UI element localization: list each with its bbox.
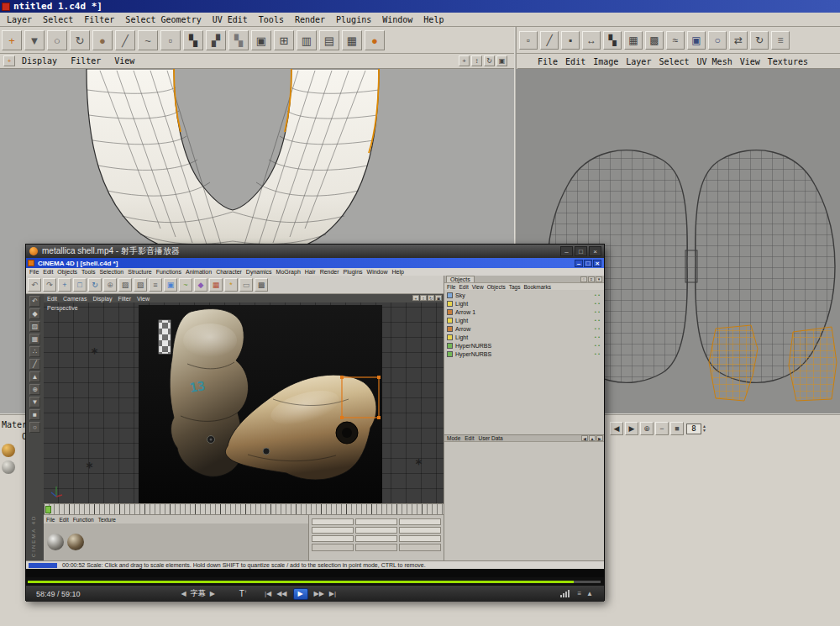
toggle-view-icon[interactable]: ▣: [435, 295, 442, 301]
c4d-timeline-ruler[interactable]: [44, 503, 444, 514]
app-menu-select[interactable]: Select: [43, 15, 73, 24]
c4d-viewport-menu-cameras[interactable]: Cameras: [63, 296, 87, 302]
live-selection-icon[interactable]: ○: [47, 30, 67, 50]
c4d-menu-structure[interactable]: Structure: [128, 269, 151, 275]
object-visibility-dots[interactable]: ••: [595, 334, 601, 339]
viewport-menu-view[interactable]: View: [114, 56, 134, 66]
c4d-menu-mograph[interactable]: MoGraph: [276, 269, 301, 275]
layout-quad-icon[interactable]: ▦: [342, 30, 362, 50]
c4d-menu-plugins[interactable]: Plugins: [344, 269, 363, 275]
app-menu-window[interactable]: Window: [382, 15, 412, 24]
redo-icon[interactable]: ↷: [43, 278, 56, 292]
play-button[interactable]: ▶: [293, 588, 308, 600]
eraser-tool-icon[interactable]: ▫: [160, 30, 181, 50]
attr-forward-icon[interactable]: ▶: [596, 435, 603, 441]
uv-menu-textures[interactable]: Textures: [768, 57, 808, 66]
expand-icon[interactable]: ▲: [586, 590, 593, 597]
attribute-menu-edit[interactable]: Edit: [465, 435, 474, 441]
texture-size-value[interactable]: 8: [686, 423, 701, 434]
c4d-menu-tools[interactable]: Tools: [81, 269, 95, 275]
c4d-menu-file[interactable]: File: [29, 269, 39, 275]
spline-icon[interactable]: ~: [179, 278, 192, 292]
attribute-menu-user-data[interactable]: User Data: [478, 435, 502, 441]
next-track-icon[interactable]: ▶|: [329, 590, 336, 597]
checker-mid-icon[interactable]: ▞: [206, 30, 226, 50]
uv-points-mode-icon[interactable]: ▫: [519, 31, 538, 50]
undo-icon[interactable]: ↶: [28, 278, 41, 292]
polygons-mode-icon[interactable]: ▲: [29, 371, 40, 382]
app-menu-render[interactable]: Render: [295, 15, 325, 24]
viewport-menu-display[interactable]: Display: [22, 56, 57, 66]
object-visibility-dots[interactable]: ••: [595, 326, 601, 331]
panel-menu-icon[interactable]: ▾: [596, 276, 602, 282]
paint-brush-icon[interactable]: ●: [92, 30, 113, 50]
volume-icon[interactable]: [560, 590, 570, 597]
render-settings-icon[interactable]: ≡: [149, 278, 162, 292]
zoom-view-icon[interactable]: ↕: [471, 55, 482, 66]
layout-rows-icon[interactable]: ▤: [319, 30, 339, 50]
uv-menu-select[interactable]: Select: [659, 57, 689, 66]
render-view-icon[interactable]: ▨: [118, 278, 132, 292]
uv-projection-cube-icon[interactable]: ▣: [687, 31, 706, 50]
raybrush-mode-icon[interactable]: ●: [365, 30, 385, 50]
uv-rotate-icon[interactable]: ↻: [750, 31, 769, 50]
light-icon[interactable]: *: [224, 278, 238, 292]
uv-relax-icon[interactable]: ≈: [666, 31, 685, 50]
c4d-menu-edit[interactable]: Edit: [43, 269, 53, 275]
materials-menu-file[interactable]: File: [46, 517, 55, 523]
move-icon[interactable]: +: [58, 278, 71, 292]
pan-view-icon[interactable]: +: [459, 55, 470, 66]
zoom-out-icon[interactable]: −: [655, 422, 669, 435]
uv-island-select-icon[interactable]: ▩: [645, 31, 664, 50]
subtitle-prev-icon[interactable]: ◀: [181, 590, 186, 597]
materials-menu-edit[interactable]: Edit: [59, 517, 68, 523]
snap-mode-icon[interactable]: ▼: [29, 397, 40, 408]
materials-menu-texture[interactable]: Texture: [98, 517, 116, 523]
app-menu-uv-edit[interactable]: UV Edit: [213, 15, 248, 24]
uv-menu-view[interactable]: View: [740, 57, 760, 66]
app-menu-help[interactable]: Help: [423, 15, 444, 24]
rotate-camera-icon[interactable]: ↻: [70, 30, 90, 50]
subtitle-next-icon[interactable]: ▶: [210, 590, 215, 597]
toggle-view-icon[interactable]: ▣: [496, 55, 507, 66]
points-mode-icon[interactable]: ∴: [29, 346, 40, 357]
minimize-button[interactable]: –: [560, 246, 573, 256]
material-thumbnail[interactable]: [47, 534, 64, 550]
viewport-menu-filter[interactable]: Filter: [71, 56, 101, 66]
uv-transform-icon[interactable]: ↔: [582, 31, 601, 50]
attr-back-icon[interactable]: ◀: [581, 435, 588, 441]
app-menu-filter[interactable]: Filter: [84, 15, 114, 24]
model-mode-icon[interactable]: ◆: [29, 308, 40, 319]
c4d-viewport-menu-edit[interactable]: Edit: [47, 296, 57, 302]
search-icon[interactable]: ○: [580, 276, 587, 282]
zoom-view-icon[interactable]: ↕: [420, 295, 427, 301]
c4d-3d-viewport[interactable]: EditCamerasDisplayFilterView +↕↻▣ Perspe…: [44, 294, 444, 503]
magnet-mode-icon[interactable]: ○: [29, 422, 40, 433]
nurbs-icon[interactable]: ◆: [194, 278, 207, 292]
uv-checker-map-icon[interactable]: ▚: [603, 31, 622, 50]
layout-columns-icon[interactable]: ▥: [297, 30, 317, 50]
c4d-viewport-menu-filter[interactable]: Filter: [118, 296, 131, 302]
cube-primitive-icon[interactable]: ▣: [164, 278, 177, 292]
object-visibility-dots[interactable]: ••: [595, 309, 601, 314]
uv-edges-mode-icon[interactable]: ╱: [540, 31, 559, 50]
player-title-bar[interactable]: metallica shell.mp4 - 射手影音播放器 – □ ×: [26, 245, 604, 258]
app-menu-tools[interactable]: Tools: [259, 15, 284, 24]
c4d-menu-character[interactable]: Character: [216, 269, 242, 275]
object-item-light[interactable]: Light••: [444, 333, 604, 341]
uv-menu-layer[interactable]: Layer: [626, 57, 651, 66]
object-menu-view[interactable]: View: [472, 284, 484, 290]
camera-icon[interactable]: ▭: [239, 278, 253, 292]
texture-next-icon[interactable]: ▶: [625, 422, 638, 435]
uv-projection-sphere-icon[interactable]: ○: [708, 31, 727, 50]
object-item-light[interactable]: Light••: [444, 316, 604, 324]
object-item-arrow-1[interactable]: Arrow 1••: [444, 308, 604, 316]
object-item-arrow[interactable]: Arrow••: [444, 324, 604, 333]
move-tool-icon[interactable]: +: [2, 30, 22, 50]
object-visibility-dots[interactable]: ••: [595, 318, 601, 323]
material-thumbnail[interactable]: [2, 444, 15, 457]
c4d-menu-selection[interactable]: Selection: [99, 269, 123, 275]
material-thumbnail[interactable]: [2, 460, 15, 474]
object-menu-tags[interactable]: Tags: [509, 284, 521, 290]
app-menu-layer[interactable]: Layer: [7, 15, 32, 24]
